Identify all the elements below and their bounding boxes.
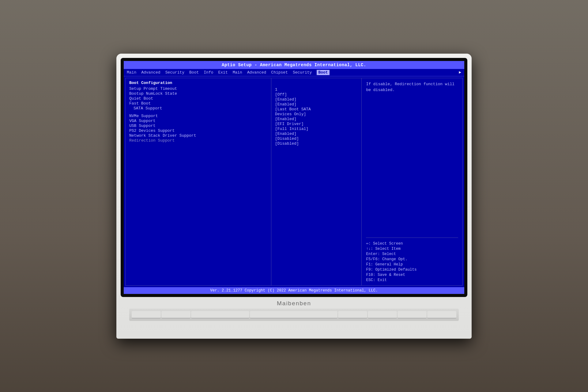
item-usb-support[interactable]: USB Support: [129, 124, 267, 128]
menu-item-chipset[interactable]: Chipset: [271, 70, 288, 75]
item-setup-prompt-timeout[interactable]: Setup Prompt Timeout: [129, 86, 267, 91]
menu-item-main1[interactable]: Main: [127, 70, 136, 75]
value-vga: [EFI Driver]: [275, 122, 358, 126]
menu-item-advanced1[interactable]: Advanced: [141, 70, 160, 75]
laptop-body: Aptio Setup - American Megatrends Intern…: [116, 54, 472, 339]
menu-item-main2[interactable]: Main: [233, 70, 242, 75]
item-network-stack[interactable]: Network Stack Driver Support: [129, 133, 267, 138]
menu-item-exit[interactable]: Exit: [218, 70, 228, 75]
bios-screen: Aptio Setup - American Megatrends Intern…: [124, 61, 464, 294]
value-sata-support-2: Devices Only]: [275, 112, 358, 116]
menu-item-security2[interactable]: Security: [293, 70, 312, 75]
hotkey-f10: F10: Save & Reset: [366, 273, 458, 277]
value-nvme: [Enabled]: [275, 117, 358, 121]
menu-item-advanced2[interactable]: Advanced: [247, 70, 266, 75]
hotkey-select-screen: ⇔: Select Screen: [366, 241, 458, 246]
value-fast-boot: [Enabled]: [275, 102, 358, 107]
bios-content-area: Boot Configuration Setup Prompt Timeout …: [124, 76, 464, 287]
section-boot-config: Boot Configuration: [129, 81, 267, 85]
value-network: [Disabled]: [275, 136, 358, 141]
screen-bezel: Aptio Setup - American Megatrends Intern…: [121, 58, 467, 297]
item-sata-support[interactable]: SATA Support: [129, 106, 267, 111]
hotkey-f5f6: F5/F6: Change Opt.: [366, 257, 458, 261]
help-text: If disable, Redirection function will be…: [366, 81, 458, 234]
bios-title-bar: Aptio Setup - American Megatrends Intern…: [124, 61, 464, 69]
item-vga-support[interactable]: VGA Support: [129, 119, 267, 123]
hotkeys-section: ⇔: Select Screen ↑↓: Select Item Enter: …: [366, 241, 458, 282]
item-nvme-support[interactable]: NVMe Support: [129, 114, 267, 118]
item-redirection-support[interactable]: Redirection Support: [129, 138, 267, 143]
value-sata-support: [Last Boot SATA: [275, 107, 358, 112]
laptop-brand: Maibenben: [121, 300, 467, 307]
values-panel: 1 [Off] [Enabled] [Enabled] [Last Boot S…: [271, 78, 362, 286]
hotkey-enter: Enter: Select: [366, 252, 458, 256]
bios-menu-bar: Main Advanced Security Boot Info Exit Ma…: [124, 69, 464, 76]
hotkey-select-item: ↑↓: Select Item: [366, 247, 458, 251]
hotkey-f1: F1: General Help: [366, 262, 458, 267]
menu-item-boot1[interactable]: Boot: [189, 70, 199, 75]
menu-arrow-right: ►: [459, 70, 461, 75]
bios-footer: Ver. 2.21.1277 Copyright (C) 2022 Americ…: [124, 287, 464, 294]
keyboard-strip: [129, 309, 458, 321]
value-ps2: [Enabled]: [275, 131, 358, 136]
item-bootup-numlock[interactable]: Bootup NumLock State: [129, 91, 267, 96]
value-quiet-boot: [Enabled]: [275, 97, 358, 102]
value-usb: [Full Initial]: [275, 127, 358, 131]
hotkey-f9: F9: Optimized Defaults: [366, 268, 458, 272]
hotkey-esc: ESC: Exit: [366, 278, 458, 282]
item-ps2-support[interactable]: PS2 Devices Support: [129, 128, 267, 133]
menu-item-security1[interactable]: Security: [165, 70, 184, 75]
help-panel: If disable, Redirection function will be…: [362, 78, 463, 286]
value-redirection: [Disabled]: [275, 141, 358, 146]
menu-item-boot-active[interactable]: Boot: [317, 70, 329, 75]
item-fast-boot[interactable]: Fast Boot: [129, 101, 267, 106]
value-timeout: 1: [275, 87, 358, 92]
menu-item-info[interactable]: Info: [204, 70, 213, 75]
settings-panel: Boot Configuration Setup Prompt Timeout …: [125, 78, 271, 286]
item-quiet-boot[interactable]: Quiet Boot: [129, 96, 267, 101]
value-numlock: [Off]: [275, 92, 358, 97]
help-divider: [366, 238, 458, 238]
